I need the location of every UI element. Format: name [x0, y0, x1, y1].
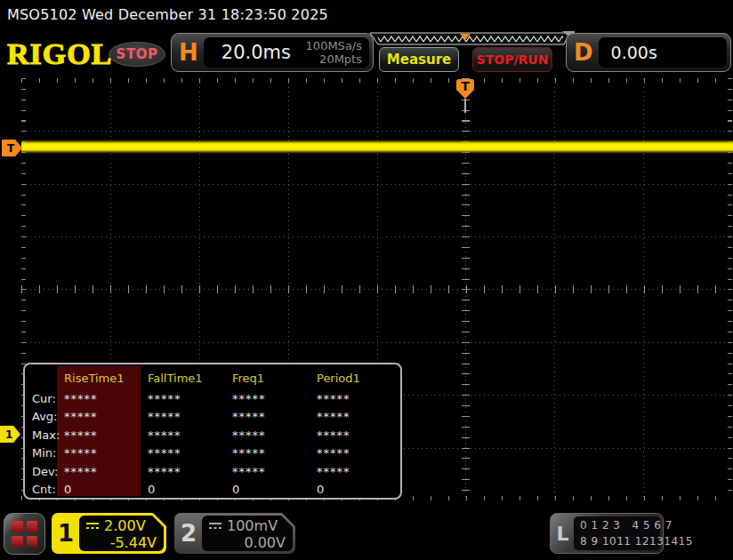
trigger-delay-panel[interactable]: D 0.00s — [566, 33, 731, 72]
table-cell: 0 — [229, 481, 313, 500]
row-label: Min: — [28, 444, 60, 463]
table-cell: ***** — [229, 389, 313, 408]
column-header-freq[interactable]: Freq1 — [229, 366, 313, 389]
table-cell: ***** — [229, 426, 313, 444]
trigger-level-label: T — [7, 142, 14, 155]
center-horizontal-ruler — [21, 285, 732, 293]
trigger-position-label: T — [461, 79, 470, 93]
dc-coupling-icon — [85, 522, 100, 530]
ch1-waveform-trace — [21, 140, 733, 154]
logic-channels-block[interactable]: L 0 1 2 3 4 5 6 78 9 1011 12131415 — [550, 513, 664, 554]
channel1-scale: 2.00V — [104, 517, 146, 534]
menu-grid-squares — [12, 521, 37, 547]
table-cell: ***** — [229, 408, 313, 427]
logic-line2: 8 9 1011 12131415 — [580, 533, 660, 549]
waveform-memory-bar[interactable] — [366, 32, 573, 46]
timebase-value: 20.0ms — [204, 42, 306, 63]
row-label: Avg: — [28, 408, 60, 427]
channel2-offset: 0.00V — [244, 534, 286, 551]
column-header-period[interactable]: Period1 — [313, 366, 397, 389]
delay-d-icon: D — [567, 39, 599, 66]
rigol-logo: RIGOL — [7, 37, 112, 71]
graticule-top-ticks — [21, 78, 732, 83]
logic-line1: 0 1 2 3 4 5 6 7 — [580, 517, 660, 533]
row-label: Cnt: — [28, 481, 60, 500]
menu-grid-icon[interactable] — [4, 513, 45, 555]
table-cell: ***** — [60, 444, 144, 463]
delay-value: 0.00s — [599, 43, 657, 62]
column-header-risetime[interactable]: RiseTime1 — [60, 366, 144, 389]
channel1-offset: -5.44V — [110, 534, 157, 551]
table-cell: ***** — [144, 444, 229, 463]
acquisition-info: 100MSa/s20Mpts — [306, 39, 369, 66]
oscilloscope-screen: MSO5102 Wed December 31 18:23:50 2025 RI… — [0, 0, 733, 560]
logic-channel-numbers: 0 1 2 3 4 5 6 78 9 1011 12131415 — [574, 516, 660, 550]
table-cell: ***** — [229, 444, 313, 463]
table-cell: ***** — [144, 462, 229, 481]
table-cell: ***** — [313, 462, 397, 481]
trigger-position-stem — [464, 99, 466, 113]
stop-run-button-label: STOP/RUN — [477, 52, 549, 67]
sample-rate: 100MSa/s — [306, 39, 362, 52]
trigger-level-marker[interactable]: T — [2, 140, 22, 156]
table-cell: 0 — [313, 481, 397, 500]
logic-l-label: L — [551, 514, 575, 553]
memory-depth: 20Mpts — [319, 52, 362, 66]
ch1-ground-marker[interactable]: 1 — [0, 426, 20, 443]
measurement-table[interactable]: RiseTime1 FallTime1 Freq1 Period1 Cur: *… — [23, 363, 402, 500]
model-and-datetime: MSO5102 Wed December 31 18:23:50 2025 — [7, 6, 328, 23]
table-cell: ***** — [144, 389, 229, 408]
table-cell: ***** — [60, 389, 144, 408]
dc-coupling-icon — [208, 522, 222, 530]
channel1-status-block[interactable]: 1 2.00V -5.44V — [52, 513, 166, 554]
channel2-number: 2 — [174, 513, 203, 554]
table-cell: ***** — [229, 462, 313, 481]
table-cell: ***** — [313, 426, 397, 444]
table-cell: ***** — [144, 426, 229, 444]
table-cell: ***** — [60, 462, 144, 481]
table-cell: 0 — [60, 481, 144, 500]
table-cell: 0 — [144, 481, 229, 500]
table-cell: ***** — [144, 408, 229, 427]
table-cell: ***** — [60, 408, 144, 427]
row-label: Cur: — [28, 389, 60, 408]
channel1-number: 1 — [52, 513, 80, 554]
stop-run-button[interactable]: STOP/RUN — [472, 47, 552, 72]
memory-waveform-zigzag — [378, 34, 563, 44]
table-cell: ***** — [313, 444, 397, 463]
run-status-badge: STOP — [109, 42, 165, 67]
channel2-status-block[interactable]: 2 100mV 0.00V — [174, 513, 295, 554]
table-corner — [28, 366, 60, 389]
row-label: Dev: — [28, 462, 60, 481]
table-cell: ***** — [313, 408, 397, 427]
ch1-ground-label: 1 — [5, 428, 12, 441]
measure-button[interactable]: Measure — [379, 47, 459, 72]
horizontal-h-icon: H — [172, 39, 204, 66]
channel2-scale: 100mV — [227, 517, 278, 534]
horizontal-timebase-panel[interactable]: H 20.0ms 100MSa/s20Mpts — [171, 33, 374, 72]
measure-button-label: Measure — [387, 52, 451, 68]
table-cell: ***** — [313, 389, 397, 408]
table-cell: ***** — [60, 426, 144, 444]
row-label: Max: — [28, 426, 60, 444]
column-header-falltime[interactable]: FallTime1 — [144, 366, 229, 389]
